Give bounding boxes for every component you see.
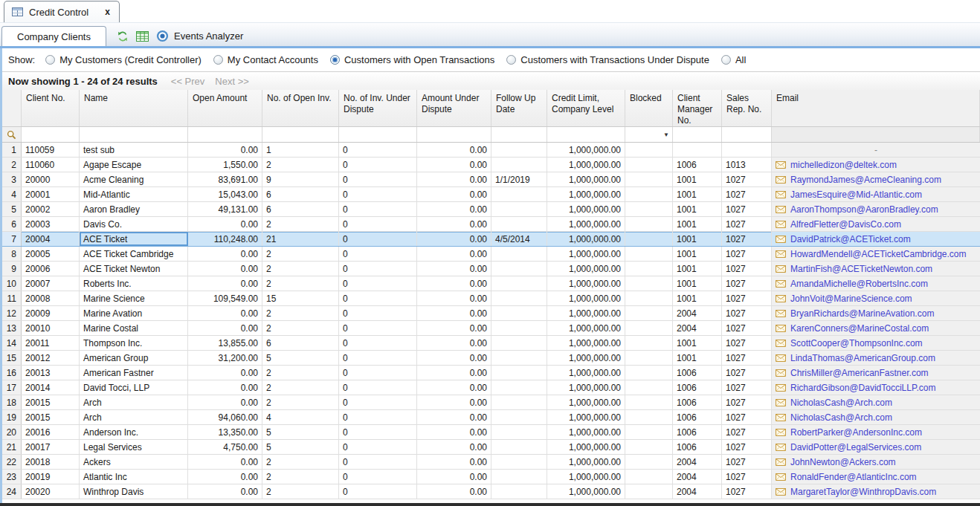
cell-blocked[interactable] — [625, 187, 673, 201]
cell-client_no[interactable]: 110060 — [22, 158, 80, 172]
cell-open_inv[interactable]: 2 — [262, 262, 339, 276]
cell-amt_dispute[interactable]: 0.00 — [417, 291, 491, 305]
cell-client_no[interactable]: 20002 — [22, 202, 80, 216]
cell-email[interactable]: RobertParker@AndersonInc.com — [772, 425, 980, 439]
cell-email[interactable]: JohnNewton@Ackers.com — [772, 455, 980, 469]
cell-open_amount[interactable]: 0.00 — [188, 484, 262, 499]
cell-rownum[interactable]: 13 — [2, 321, 22, 335]
cell-amt_dispute[interactable]: 0.00 — [417, 143, 491, 157]
cell-email[interactable]: - — [772, 143, 980, 157]
cell-follow_up[interactable] — [491, 276, 547, 291]
cell-client_mgr[interactable]: 1006 — [673, 395, 722, 409]
cell-credit_limit[interactable]: 1,000,000.00 — [547, 321, 625, 335]
cell-inv_dispute[interactable]: 0 — [339, 291, 417, 305]
column-header-sales_rep[interactable]: Sales Rep. No. — [722, 90, 772, 126]
cell-follow_up[interactable] — [491, 291, 547, 305]
cell-sales_rep[interactable]: 1027 — [722, 395, 772, 409]
cell-amt_dispute[interactable]: 0.00 — [417, 321, 491, 335]
filter-input-follow_up[interactable] — [491, 127, 547, 142]
cell-rownum[interactable]: 2 — [2, 158, 22, 172]
cell-open_inv[interactable]: 5 — [262, 425, 339, 439]
filter-input-blocked[interactable]: ▼ — [625, 127, 673, 142]
cell-follow_up[interactable] — [491, 395, 547, 409]
cell-follow_up[interactable] — [491, 470, 547, 484]
cell-open_amount[interactable]: 1,550.00 — [188, 158, 262, 172]
cell-follow_up[interactable] — [491, 202, 547, 216]
cell-inv_dispute[interactable]: 0 — [339, 380, 417, 395]
cell-sales_rep[interactable]: 1027 — [722, 247, 772, 261]
cell-inv_dispute[interactable]: 0 — [339, 247, 417, 261]
radio-option-4[interactable]: All — [721, 54, 746, 65]
cell-open_amount[interactable]: 4,750.00 — [188, 440, 262, 454]
cell-blocked[interactable] — [625, 425, 673, 439]
table-row[interactable]: 1720014David Tocci, LLP0.00200.001,000,0… — [2, 380, 980, 395]
cell-open_amount[interactable]: 31,200.00 — [188, 351, 262, 365]
cell-blocked[interactable] — [625, 232, 673, 246]
table-row[interactable]: 2020016Anderson Inc.13,350.00500.001,000… — [2, 425, 980, 440]
cell-sales_rep[interactable]: 1027 — [722, 187, 772, 201]
email-link[interactable]: RaymondJames@AcmeCleaning.com — [790, 175, 941, 185]
table-row[interactable]: 920006ACE Ticket Newton0.00200.001,000,0… — [2, 262, 980, 276]
cell-follow_up[interactable] — [491, 410, 547, 424]
cell-blocked[interactable] — [625, 440, 673, 454]
cell-email[interactable]: KarenConners@MarineCostal.com — [772, 321, 980, 335]
cell-name[interactable]: Agape Escape — [80, 158, 188, 172]
table-row[interactable]: 1120008Marine Science109,549.001500.001,… — [2, 291, 980, 306]
cell-client_mgr[interactable]: 1006 — [673, 380, 722, 395]
cell-email[interactable]: MartinFish@ACETicketNewton.com — [772, 262, 980, 276]
cell-client_no[interactable]: 20017 — [22, 440, 80, 454]
cell-open_amount[interactable]: 13,855.00 — [188, 336, 262, 350]
email-link[interactable]: MartinFish@ACETicketNewton.com — [790, 264, 932, 274]
cell-email[interactable]: HowardMendell@ACETicketCambridge.com — [772, 247, 980, 261]
cell-inv_dispute[interactable]: 0 — [339, 484, 417, 499]
cell-blocked[interactable] — [625, 410, 673, 424]
cell-blocked[interactable] — [625, 470, 673, 484]
chevron-down-icon[interactable]: ▼ — [663, 132, 669, 138]
email-link[interactable]: JamesEsquire@Mid-Atlantic.com — [790, 189, 922, 200]
table-row[interactable]: 1520012American Group31,200.00500.001,00… — [2, 351, 980, 366]
cell-rownum[interactable]: 9 — [2, 262, 22, 276]
cell-client_no[interactable]: 20010 — [22, 321, 80, 335]
cell-open_amount[interactable]: 0.00 — [188, 470, 262, 484]
cell-rownum[interactable]: 16 — [2, 366, 22, 380]
column-header-credit_limit[interactable]: Credit Limit, Company Level — [547, 90, 625, 126]
cell-open_inv[interactable]: 9 — [262, 172, 339, 186]
cell-client_mgr[interactable]: 1006 — [673, 366, 722, 380]
cell-blocked[interactable] — [625, 217, 673, 231]
cell-rownum[interactable]: 3 — [2, 172, 22, 186]
cell-client_no[interactable]: 20019 — [22, 470, 80, 484]
cell-open_inv[interactable]: 2 — [262, 395, 339, 409]
cell-amt_dispute[interactable]: 0.00 — [417, 366, 491, 380]
cell-rownum[interactable]: 20 — [2, 425, 22, 439]
cell-blocked[interactable] — [625, 366, 673, 380]
grid-view-button[interactable] — [136, 31, 149, 42]
cell-inv_dispute[interactable]: 0 — [339, 276, 417, 291]
email-link[interactable]: ScottCooper@ThompsonInc.com — [790, 338, 923, 348]
cell-client_mgr[interactable]: 2004 — [673, 306, 722, 320]
cell-credit_limit[interactable]: 1,000,000.00 — [547, 276, 625, 291]
table-row[interactable]: 1020007Roberts Inc.0.00200.001,000,000.0… — [2, 276, 980, 291]
email-link[interactable]: HowardMendell@ACETicketCambridge.com — [790, 249, 966, 259]
cell-inv_dispute[interactable]: 0 — [339, 366, 417, 380]
table-row[interactable]: 2220018Ackers0.00200.001,000,000.0020041… — [2, 455, 980, 470]
cell-rownum[interactable]: 17 — [2, 380, 22, 395]
cell-credit_limit[interactable]: 1,000,000.00 — [547, 336, 625, 350]
cell-inv_dispute[interactable]: 0 — [339, 217, 417, 231]
table-row[interactable]: 320000Acme Cleaning83,691.00900.001/1/20… — [2, 172, 980, 187]
table-row[interactable]: 2120017Legal Services4,750.00500.001,000… — [2, 440, 980, 455]
cell-amt_dispute[interactable]: 0.00 — [417, 410, 491, 424]
cell-sales_rep[interactable]: 1027 — [722, 336, 772, 350]
cell-client_no[interactable]: 20013 — [22, 366, 80, 380]
cell-inv_dispute[interactable]: 0 — [339, 306, 417, 320]
cell-amt_dispute[interactable]: 0.00 — [417, 158, 491, 172]
cell-name[interactable]: Roberts Inc. — [80, 276, 188, 291]
filter-input-email[interactable] — [772, 127, 980, 142]
cell-inv_dispute[interactable]: 0 — [339, 321, 417, 335]
cell-follow_up[interactable] — [491, 262, 547, 276]
cell-credit_limit[interactable]: 1,000,000.00 — [547, 470, 625, 484]
cell-sales_rep[interactable]: 1027 — [722, 410, 772, 424]
filter-input-open_inv[interactable] — [262, 127, 339, 142]
cell-name[interactable]: Arch — [80, 395, 188, 409]
cell-credit_limit[interactable]: 1,000,000.00 — [547, 262, 625, 276]
cell-blocked[interactable] — [625, 276, 673, 291]
